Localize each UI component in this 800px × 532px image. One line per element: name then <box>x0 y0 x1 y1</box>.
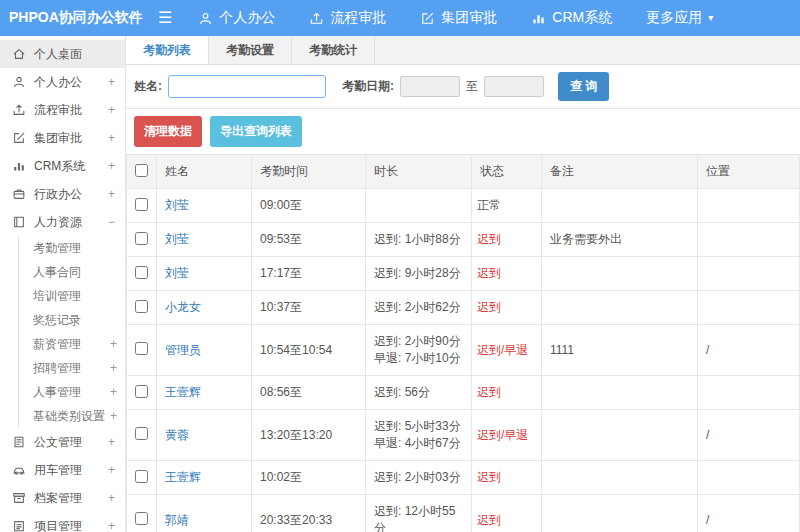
sidebar-item[interactable]: 项目管理 + <box>0 512 125 532</box>
row-checkbox[interactable] <box>135 300 148 313</box>
name-filter-label: 姓名: <box>134 78 162 95</box>
status-badge: 迟到/早退 <box>477 428 528 442</box>
row-checkbox[interactable] <box>135 512 148 525</box>
tab-label: 考勤设置 <box>226 43 274 57</box>
employee-name-link[interactable]: 管理员 <box>165 343 201 357</box>
row-checkbox[interactable] <box>135 198 148 211</box>
date-end-input[interactable] <box>484 76 544 97</box>
employee-name-link[interactable]: 刘莹 <box>165 198 189 212</box>
expand-toggle[interactable]: + <box>110 409 117 423</box>
location-cell: / <box>698 495 800 532</box>
note-cell: 1111 <box>542 325 698 376</box>
employee-name-link[interactable]: 黄蓉 <box>165 428 189 442</box>
expand-toggle[interactable]: + <box>110 337 117 351</box>
attendance-table: 姓名 考勤时间 时长 状态 备注 位置 <box>126 154 800 532</box>
topnav-item[interactable]: 流程审批 <box>309 9 392 27</box>
row-checkbox[interactable] <box>135 427 148 440</box>
sidebar-item[interactable]: 用车管理 + <box>0 456 125 484</box>
topnav-item[interactable]: 个人办公 <box>198 9 281 27</box>
expand-toggle[interactable]: + <box>108 463 115 477</box>
export-list-button[interactable]: 导出查询列表 <box>210 116 302 147</box>
topnav-item[interactable]: CRM系统 <box>531 9 618 27</box>
sidebar-item[interactable]: 人力资源 − <box>0 208 125 236</box>
row-checkbox[interactable] <box>135 232 148 245</box>
sidebar-item[interactable]: 奖惩记录 <box>18 308 125 332</box>
menu-toggle-icon[interactable]: ☰ <box>158 10 172 26</box>
expand-toggle[interactable]: − <box>108 215 115 229</box>
sidebar-item[interactable]: 人事合同 <box>18 260 125 284</box>
sidebar-item[interactable]: 档案管理 + <box>0 484 125 512</box>
tab[interactable]: 考勤列表 <box>126 36 209 64</box>
sidebar-item-label: 奖惩记录 <box>33 312 113 329</box>
sidebar-item-label: 项目管理 <box>34 518 104 532</box>
sidebar-item[interactable]: 个人桌面 <box>0 40 125 68</box>
main-content: 考勤列表 考勤设置 考勤统计 姓名: 考勤日期: 至 查 询 清理数据 导出查询 <box>126 36 800 532</box>
expand-toggle[interactable]: + <box>108 103 115 117</box>
sidebar-item[interactable]: 基础类别设置 + <box>18 404 125 428</box>
attendance-time-cell: 10:54至10:54 <box>252 325 366 376</box>
query-button[interactable]: 查 询 <box>558 72 609 101</box>
expand-toggle[interactable]: + <box>108 131 115 145</box>
note-cell: 业务需要外出 <box>542 223 698 257</box>
sidebar-item[interactable]: 流程审批 + <box>0 96 125 124</box>
flow-icon <box>309 11 324 26</box>
sidebar-item[interactable]: 招聘管理 + <box>18 356 125 380</box>
sidebar-item[interactable]: 集团审批 + <box>0 124 125 152</box>
employee-name-link[interactable]: 刘莹 <box>165 266 189 280</box>
tab[interactable]: 考勤统计 <box>292 36 375 64</box>
employee-name-link[interactable]: 王壹辉 <box>165 385 201 399</box>
status-badge: 正常 <box>477 198 501 212</box>
employee-name-link[interactable]: 小龙女 <box>165 300 201 314</box>
expand-toggle[interactable]: + <box>108 187 115 201</box>
expand-toggle[interactable]: + <box>110 385 117 399</box>
tab[interactable]: 考勤设置 <box>209 36 292 64</box>
expand-toggle[interactable]: + <box>108 491 115 505</box>
expand-toggle[interactable]: + <box>108 519 115 532</box>
employee-name-link[interactable]: 郭靖 <box>165 513 189 527</box>
column-header: 姓名 <box>157 155 252 189</box>
sidebar-item[interactable]: 个人办公 + <box>0 68 125 96</box>
sidebar-item-label: 培训管理 <box>33 288 113 305</box>
sidebar-item-label: CRM系统 <box>34 158 104 175</box>
employee-name-link[interactable]: 刘莹 <box>165 232 189 246</box>
clear-data-button[interactable]: 清理数据 <box>134 116 202 147</box>
row-checkbox[interactable] <box>135 470 148 483</box>
topnav-item[interactable]: 更多应用 ▾ <box>646 9 713 27</box>
select-all-checkbox[interactable] <box>135 164 148 177</box>
sidebar-item[interactable]: 公文管理 + <box>0 428 125 456</box>
employee-name-link[interactable]: 王壹辉 <box>165 470 201 484</box>
sidebar-item[interactable]: 行政办公 + <box>0 180 125 208</box>
topnav-item[interactable]: 集团审批 <box>420 9 503 27</box>
row-checkbox[interactable] <box>135 266 148 279</box>
tab-bar: 考勤列表 考勤设置 考勤统计 <box>126 36 800 65</box>
status-badge: 迟到 <box>477 300 501 314</box>
expand-toggle[interactable]: + <box>108 435 115 449</box>
duration-cell: 迟到: 9小时28分 <box>366 257 472 291</box>
row-checkbox[interactable] <box>135 385 148 398</box>
sidebar: 个人桌面 个人办公 + 流程审批 + 集团审批 + <box>0 36 126 532</box>
date-start-input[interactable] <box>400 76 460 97</box>
app-logo[interactable]: PHPOA协同办公软件 <box>0 9 158 27</box>
location-cell <box>698 291 800 325</box>
sidebar-item[interactable]: 考勤管理 <box>18 236 125 260</box>
status-badge: 迟到 <box>477 470 501 484</box>
status-badge: 迟到 <box>477 513 501 527</box>
sidebar-item-label: 个人办公 <box>34 74 104 91</box>
filter-bar: 姓名: 考勤日期: 至 查 询 <box>126 65 800 109</box>
expand-toggle[interactable]: + <box>110 361 117 375</box>
row-checkbox[interactable] <box>135 342 148 355</box>
sidebar-item[interactable]: 薪资管理 + <box>18 332 125 356</box>
briefcase-icon <box>12 187 26 201</box>
expand-toggle[interactable]: + <box>108 75 115 89</box>
topnav-item-label: 集团审批 <box>441 9 497 27</box>
sidebar-item[interactable]: 人事管理 + <box>18 380 125 404</box>
sidebar-item[interactable]: CRM系统 + <box>0 152 125 180</box>
top-nav: 个人办公 流程审批 集团审批 CRM系统 <box>198 9 713 27</box>
note-cell <box>542 291 698 325</box>
sidebar-item[interactable]: 培训管理 <box>18 284 125 308</box>
table-row: 管理员 10:54至10:54 迟到: 2小时90分 早退: 7小时10分 迟到… <box>127 325 800 376</box>
expand-toggle[interactable]: + <box>108 159 115 173</box>
sidebar-item-label: 基础类别设置 <box>33 408 106 425</box>
attendance-time-cell: 13:20至13:20 <box>252 410 366 461</box>
name-input[interactable] <box>168 75 326 98</box>
